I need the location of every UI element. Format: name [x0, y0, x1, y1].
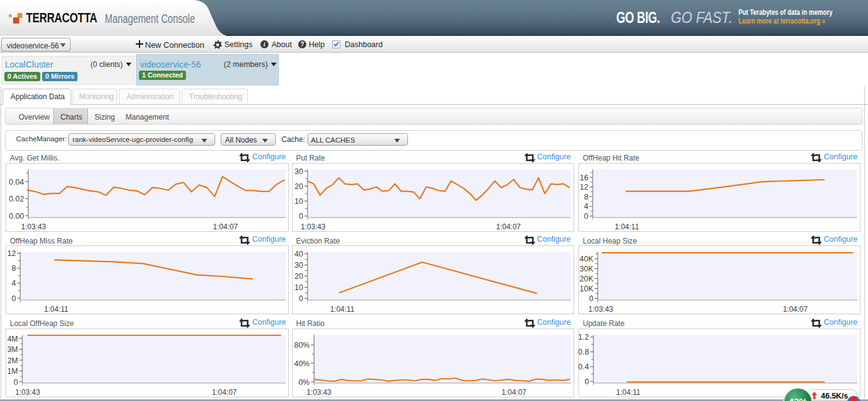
svg-text:3M: 3M: [7, 345, 18, 354]
svg-text:1:03:43: 1:03:43: [306, 388, 331, 397]
svg-text:8: 8: [584, 192, 588, 201]
svg-text:1.2: 1.2: [578, 333, 589, 342]
svg-text:30: 30: [294, 261, 303, 270]
svg-text:80%: 80%: [294, 341, 309, 350]
svg-text:0: 0: [584, 212, 588, 221]
svg-text:i: i: [264, 41, 265, 48]
svg-text:10: 10: [294, 196, 303, 205]
svg-text:20: 20: [294, 272, 303, 281]
svg-text:20K: 20K: [580, 275, 594, 283]
svg-text:1:04:11: 1:04:11: [616, 388, 640, 397]
svg-text:1:04:07: 1:04:07: [501, 388, 526, 397]
svg-text:12: 12: [580, 183, 588, 192]
svg-text:0.8: 0.8: [578, 348, 589, 356]
svg-text:10K: 10K: [580, 284, 594, 293]
svg-text:1:03:43: 1:03:43: [300, 223, 325, 231]
svg-text:4M: 4M: [7, 334, 18, 343]
svg-text:40%: 40%: [294, 359, 309, 368]
svg-text:0.4: 0.4: [578, 363, 589, 371]
svg-text:1:04:11: 1:04:11: [614, 223, 639, 231]
svg-text:10: 10: [294, 283, 303, 292]
svg-text:1:04:07: 1:04:07: [212, 388, 237, 397]
svg-text:40K: 40K: [580, 255, 594, 263]
svg-text:1:03:43: 1:03:43: [21, 223, 46, 231]
svg-text:0.00: 0.00: [9, 211, 24, 220]
svg-text:30K: 30K: [580, 265, 594, 273]
svg-text:16: 16: [580, 173, 588, 182]
svg-text:1:04:07: 1:04:07: [783, 305, 808, 314]
svg-text:12: 12: [7, 249, 16, 258]
svg-text:0: 0: [12, 294, 16, 303]
svg-text:0%: 0%: [298, 377, 309, 386]
svg-text:8: 8: [12, 264, 16, 273]
svg-text:1:04:07: 1:04:07: [213, 223, 238, 231]
svg-text:0.02: 0.02: [9, 195, 24, 203]
svg-text:0.04: 0.04: [9, 177, 24, 186]
svg-text:2M: 2M: [7, 356, 18, 364]
svg-text:0: 0: [299, 294, 303, 303]
svg-text:4: 4: [584, 202, 588, 211]
svg-text:1:03:43: 1:03:43: [16, 388, 40, 397]
svg-text:4: 4: [12, 279, 16, 288]
svg-text:1:04:07: 1:04:07: [495, 223, 520, 231]
svg-text:1M: 1M: [7, 367, 18, 376]
svg-text:1:03:43: 1:03:43: [588, 305, 613, 314]
svg-text:0: 0: [14, 377, 18, 386]
svg-text:?: ?: [300, 40, 304, 48]
svg-text:30: 30: [294, 167, 303, 175]
svg-text:0: 0: [299, 212, 303, 221]
svg-text:1:04:11: 1:04:11: [44, 305, 68, 314]
svg-text:0: 0: [585, 377, 589, 386]
svg-text:1:04:11: 1:04:11: [330, 305, 354, 314]
svg-text:0: 0: [589, 294, 593, 303]
svg-text:20: 20: [294, 182, 303, 190]
svg-text:40: 40: [294, 250, 303, 258]
